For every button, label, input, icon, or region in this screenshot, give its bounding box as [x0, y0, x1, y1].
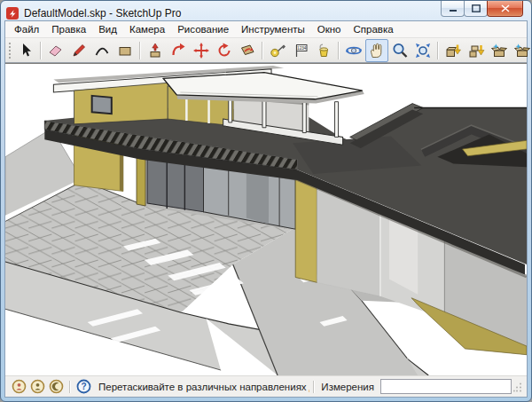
geolocation-icon[interactable] [49, 379, 64, 394]
menu-draw[interactable]: Рисование [171, 22, 235, 36]
dimension-flag-icon: 1234 [292, 42, 309, 59]
paint-bucket-tool-button[interactable] [312, 39, 335, 62]
resize-grip[interactable] [513, 382, 522, 392]
client-area: Файл Правка Вид Камера Рисование Инструм… [4, 20, 528, 398]
menu-window[interactable]: Окно [311, 22, 348, 36]
orbit-tool-button[interactable] [342, 39, 365, 62]
menu-edit[interactable]: Правка [45, 22, 92, 36]
pan-hand-icon [368, 42, 386, 59]
toolbar: 1234 [5, 38, 527, 63]
zoom-tool-button[interactable] [388, 39, 411, 62]
arc-tool-button[interactable] [90, 39, 113, 62]
tape-measure-tool-button[interactable] [266, 39, 289, 62]
help-icon[interactable]: ? [76, 379, 91, 394]
dimension-flag-text: 1234 [297, 45, 307, 50]
rectangle-tool-button[interactable] [113, 39, 137, 62]
offset-icon [239, 42, 256, 59]
menu-camera[interactable]: Камера [123, 22, 171, 36]
close-icon [501, 4, 510, 12]
attribution-icon[interactable] [30, 379, 45, 394]
help-glyph: ? [81, 382, 86, 391]
share-component-button[interactable] [511, 39, 532, 62]
statusbar-separator [69, 381, 71, 393]
pencil-icon [70, 42, 88, 59]
window-title: DefaultModel.skp - SketchUp Pro [24, 7, 181, 20]
get-models-icon [444, 42, 462, 59]
zoom-extents-tool-button[interactable] [411, 39, 434, 62]
get-models-button[interactable] [442, 39, 465, 62]
eraser-tool-button[interactable] [44, 39, 67, 62]
move-icon [192, 42, 210, 59]
share-model-icon [490, 42, 508, 59]
arc-icon [93, 42, 111, 59]
eraser-icon [47, 42, 65, 59]
sketchup-window: DefaultModel.skp - SketchUp Pro Файл Пра… [0, 0, 532, 402]
status-hint-text: Перетаскивайте в различных направлениях … [98, 382, 309, 392]
dimension-tool-button[interactable]: 1234 [289, 39, 312, 62]
follow-me-icon [169, 42, 187, 59]
measurements-input[interactable] [380, 379, 512, 394]
minimize-button[interactable] [441, 1, 465, 17]
rotate-icon [215, 42, 233, 59]
menu-help[interactable]: Справка [348, 22, 400, 36]
share-component-icon [513, 42, 531, 59]
download-models-icon [467, 42, 485, 59]
maximize-icon [472, 4, 481, 12]
rectangle-icon [116, 42, 134, 59]
share-model-button[interactable] [488, 39, 511, 62]
push-pull-tool-button[interactable] [144, 39, 167, 62]
select-arrow-icon [17, 42, 35, 59]
menu-view[interactable]: Вид [92, 22, 123, 36]
line-tool-button[interactable] [67, 39, 90, 62]
rotate-tool-button[interactable] [213, 39, 236, 62]
sketchup-logo-icon [6, 7, 19, 20]
measurements-label: Измерения [321, 382, 374, 392]
zoom-icon [391, 42, 409, 59]
pan-tool-button[interactable] [365, 39, 388, 62]
house-model-svg [5, 64, 527, 375]
paint-bucket-icon [315, 42, 332, 59]
offset-tool-button[interactable] [236, 39, 259, 62]
select-tool-button[interactable] [14, 39, 37, 62]
follow-me-tool-button[interactable] [167, 39, 190, 62]
push-pull-icon [146, 42, 164, 59]
toolbar-separator [262, 42, 263, 59]
status-bar: ? Перетаскивайте в различных направления… [5, 375, 527, 397]
tape-measure-icon [269, 42, 286, 59]
menu-file[interactable]: Файл [8, 22, 45, 36]
toolbar-separator [40, 42, 42, 59]
minimize-icon [449, 4, 458, 12]
menu-bar: Файл Правка Вид Камера Рисование Инструм… [5, 21, 527, 38]
toolbar-separator [338, 42, 340, 59]
zoom-extents-icon [414, 42, 432, 59]
claim-model-icon[interactable] [12, 379, 27, 394]
orbit-icon [345, 42, 363, 59]
close-button[interactable] [487, 1, 523, 17]
download-models-button[interactable] [465, 39, 488, 62]
toolbar-separator [139, 42, 141, 59]
menu-tools[interactable]: Инструменты [235, 22, 311, 36]
maximize-button[interactable] [464, 1, 488, 17]
toolbar-grip[interactable] [9, 43, 11, 59]
move-tool-button[interactable] [190, 39, 213, 62]
window-controls [442, 1, 523, 17]
statusbar-separator [313, 381, 315, 393]
model-viewport[interactable] [5, 63, 527, 375]
toolbar-separator [437, 42, 439, 59]
